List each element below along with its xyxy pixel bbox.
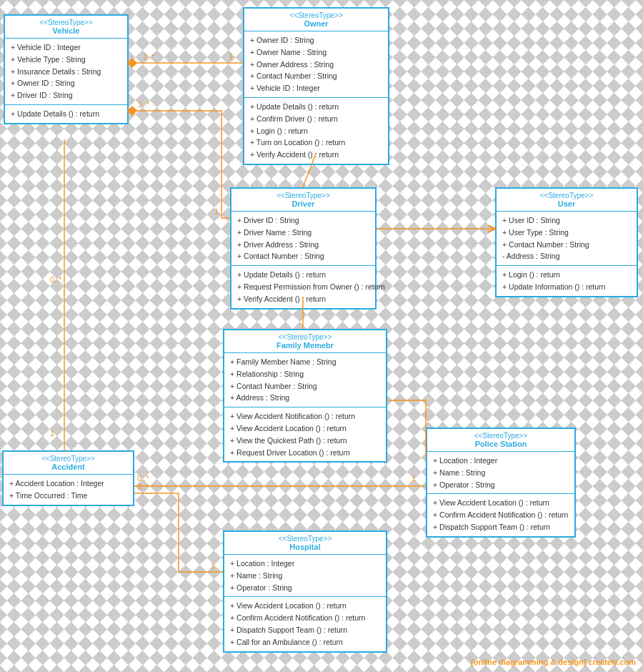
vehicle-driver-label-one: 1 xyxy=(214,207,219,216)
accident-stereotype: <<StereoType>> xyxy=(9,455,127,463)
driver-methods: + Update Details () : return + Request P… xyxy=(231,266,375,307)
family-attrs: + Family Member Name : String + Relation… xyxy=(224,353,386,407)
hospital-title: Hospital xyxy=(289,543,320,551)
family-police-line xyxy=(387,400,426,458)
police-header: <<StereoType>> Police Station xyxy=(427,429,574,452)
accident-hospital-one: 1 xyxy=(211,562,215,570)
driver-header: <<StereoType>> Driver xyxy=(231,189,375,212)
user-title: User xyxy=(558,199,575,208)
police-attrs: + Location : Integer + Name : String + O… xyxy=(427,452,574,494)
user-box: <<StereoType>> User + User ID : String +… xyxy=(495,187,638,297)
police-title: Police Station xyxy=(475,440,527,448)
vehicle-box: <<StereoType>> Vehicle + Vehicle ID : In… xyxy=(4,14,129,124)
family-title: Family Memebr xyxy=(276,341,334,350)
vehicle-header: <<StereoType>> Vehicle xyxy=(5,16,127,39)
accident-title: Accident xyxy=(51,463,84,471)
driver-stereotype: <<StereoType>> xyxy=(237,192,369,199)
accident-police-zero-star: 0..* xyxy=(137,474,149,483)
owner-stereotype: <<StereoType>> xyxy=(250,11,382,19)
driver-box: <<StereoType>> Driver + Driver ID : Stri… xyxy=(230,187,377,310)
vehicle-driver-label-multi: 1..* xyxy=(138,100,150,109)
watermark-suffix: .com xyxy=(617,658,636,666)
vehicle-title: Vehicle xyxy=(53,26,80,35)
hospital-methods: + View Accident Location () : return + C… xyxy=(224,597,386,651)
owner-attrs: + Owner ID : String + Owner Name : Strin… xyxy=(244,31,388,98)
user-attrs: + User ID : String + User Type : String … xyxy=(497,212,637,266)
user-methods: + Login () : return + Update Information… xyxy=(497,266,637,296)
vehicle-owner-label-one: 1 xyxy=(229,52,233,61)
watermark-text: [online diagramming & design] xyxy=(471,658,588,666)
family-header: <<StereoType>> Family Memebr xyxy=(224,330,386,353)
user-stereotype: <<StereoType>> xyxy=(502,192,631,199)
owner-box: <<StereoType>> Owner + Owner ID : String… xyxy=(243,7,389,165)
accident-attrs: + Accident Location : Integer + Time Occ… xyxy=(4,475,133,505)
accident-hospital-zero-star: 0..* xyxy=(137,483,149,491)
owner-methods: + Update Details () : return + Confirm D… xyxy=(244,98,388,164)
family-box: <<StereoType>> Family Memebr + Family Me… xyxy=(223,329,387,463)
hospital-box: <<StereoType>> Hospital + Location : Int… xyxy=(223,530,387,653)
accident-header: <<StereoType>> Accident xyxy=(4,452,133,475)
accident-label-one: 1 xyxy=(50,429,54,438)
hospital-attrs: + Location : Integer + Name : String + O… xyxy=(224,555,386,597)
owner-header: <<StereoType>> Owner xyxy=(244,9,388,31)
hospital-stereotype: <<StereoType>> xyxy=(230,535,380,543)
vehicle-methods: + Update Details () : return xyxy=(5,105,127,123)
accident-police-one: 1 xyxy=(412,474,416,483)
vehicle-attrs: + Vehicle ID : Integer + Vehicle Type : … xyxy=(5,39,127,105)
accident-label-zero-star: 0..* xyxy=(50,275,62,284)
vehicle-driver-line xyxy=(132,111,230,218)
accident-box: <<StereoType>> Accident + Accident Locat… xyxy=(2,450,134,506)
hospital-header: <<StereoType>> Hospital xyxy=(224,532,386,555)
vehicle-stereotype: <<StereoType>> xyxy=(11,19,121,26)
family-stereotype: <<StereoType>> xyxy=(230,333,380,341)
family-methods: + View Accident Notification () : return… xyxy=(224,407,386,461)
police-stereotype: <<StereoType>> xyxy=(433,432,569,440)
accident-hospital-line xyxy=(134,493,223,572)
watermark-brand: creately xyxy=(589,658,618,666)
driver-title: Driver xyxy=(292,199,315,208)
owner-title: Owner xyxy=(304,19,328,28)
user-header: <<StereoType>> User xyxy=(497,189,637,212)
police-methods: + View Accident Location () : return + C… xyxy=(427,494,574,535)
watermark: [online diagramming & design] creately.c… xyxy=(471,658,636,666)
driver-attrs: + Driver ID : String + Driver Name : Str… xyxy=(231,212,375,266)
vehicle-owner-label-multi: 1..* xyxy=(143,52,155,61)
police-box: <<StereoType>> Police Station + Location… xyxy=(426,428,576,538)
